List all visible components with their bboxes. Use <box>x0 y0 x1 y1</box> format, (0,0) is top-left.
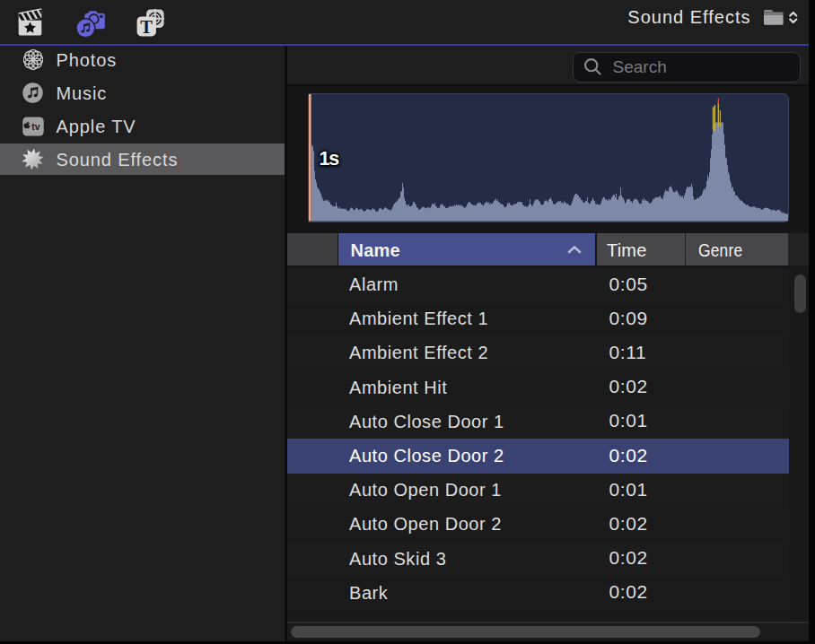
svg-text:tv: tv <box>31 121 39 132</box>
svg-text:T: T <box>140 17 153 37</box>
